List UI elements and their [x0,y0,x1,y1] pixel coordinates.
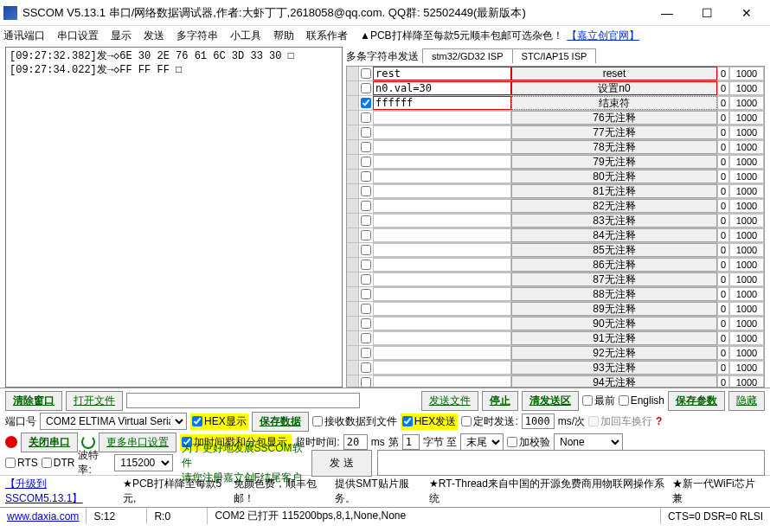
row-checkbox[interactable] [359,140,373,154]
maximize-button[interactable]: ☐ [687,1,727,25]
row-checkbox[interactable] [359,272,373,286]
row-checkbox[interactable] [359,184,373,198]
drag-handle[interactable] [347,258,359,272]
row-send-button[interactable]: 79无注释 [511,155,717,169]
row-ms[interactable]: 1000 [729,375,764,388]
send-input[interactable] [377,450,765,476]
row-ms[interactable]: 1000 [729,81,764,95]
row-send-button[interactable]: 93无注释 [511,361,717,375]
save-param-button[interactable]: 保存参数 [668,391,725,411]
row-text[interactable] [373,199,511,213]
menu-多字符串[interactable]: 多字符串 [176,29,218,42]
row-text[interactable] [373,331,511,345]
row-checkbox[interactable] [359,228,373,242]
row-ms[interactable]: 1000 [729,302,764,316]
row-checkbox[interactable] [359,96,373,110]
row-n[interactable]: 0 [717,125,729,139]
row-n[interactable]: 0 [717,155,729,169]
row-text[interactable] [373,125,511,139]
send-grid[interactable]: restreset01000n0.val=30设置n001000ffffff结束… [346,66,765,388]
clear-send-button[interactable]: 清发送区 [522,391,579,411]
tab-STC/IAP15 ISP[interactable]: STC/IAP15 ISP [512,48,597,63]
hide-button[interactable]: 隐藏 [728,391,765,411]
row-text[interactable] [373,317,511,330]
status-url[interactable]: www.daxia.com [0,508,87,524]
send-interval-input[interactable] [522,413,555,429]
row-ms[interactable]: 1000 [729,214,764,228]
row-text[interactable] [373,243,511,257]
row-send-button[interactable]: 92无注释 [511,346,717,360]
row-send-button[interactable]: 结束符 [511,96,717,110]
row-n[interactable]: 0 [717,272,729,286]
row-ms[interactable]: 1000 [729,199,764,213]
row-checkbox[interactable] [359,170,373,183]
drag-handle[interactable] [347,331,359,345]
row-text[interactable]: rest [373,67,511,80]
menu-小工具[interactable]: 小工具 [230,29,261,42]
row-checkbox[interactable] [359,125,373,139]
send-file-button[interactable]: 发送文件 [421,391,478,411]
menu-帮助[interactable]: 帮助 [273,29,294,42]
row-text[interactable] [373,346,511,360]
row-n[interactable]: 0 [717,67,729,80]
row-ms[interactable]: 1000 [729,67,764,80]
row-n[interactable]: 0 [717,199,729,213]
drag-handle[interactable] [347,317,359,330]
row-ms[interactable]: 1000 [729,228,764,242]
drag-handle[interactable] [347,184,359,198]
drag-handle[interactable] [347,346,359,360]
row-n[interactable]: 0 [717,184,729,198]
drag-handle[interactable] [347,361,359,375]
drag-handle[interactable] [347,170,359,183]
row-send-button[interactable]: 82无注释 [511,199,717,213]
vendor-link[interactable]: 【嘉立创官网】 [567,29,639,43]
send-button[interactable]: 发 送 [311,450,371,477]
row-n[interactable]: 0 [717,317,729,330]
drag-handle[interactable] [347,214,359,228]
row-send-button[interactable]: 80无注释 [511,170,717,183]
menu-串口设置[interactable]: 串口设置 [57,29,99,42]
row-text[interactable] [373,140,511,154]
drag-handle[interactable] [347,67,359,80]
row-text[interactable]: ffffff [373,96,511,110]
row-n[interactable]: 0 [717,170,729,183]
row-ms[interactable]: 1000 [729,170,764,183]
row-n[interactable]: 0 [717,375,729,388]
refresh-icon[interactable] [81,435,95,449]
minimize-button[interactable]: — [647,1,687,25]
file-path-input[interactable] [126,393,360,408]
row-ms[interactable]: 1000 [729,331,764,345]
drag-handle[interactable] [347,243,359,257]
upgrade-link[interactable]: 【升级到SSCOM5.13.1】 [5,477,121,506]
crlf-checkbox[interactable]: 加回车换行 [588,414,652,429]
close-port-button[interactable]: 关闭串口 [21,433,78,452]
menu-联系作者[interactable]: 联系作者 [306,29,348,42]
row-text[interactable] [373,184,511,198]
drag-handle[interactable] [347,125,359,139]
row-text[interactable] [373,302,511,316]
row-n[interactable]: 0 [717,346,729,360]
row-send-button[interactable]: 76无注释 [511,111,717,125]
row-send-button[interactable]: reset [511,67,717,80]
row-checkbox[interactable] [359,199,373,213]
row-checkbox[interactable] [359,258,373,272]
row-checkbox[interactable] [359,346,373,360]
row-ms[interactable]: 1000 [729,140,764,154]
baud-select[interactable]: 115200 [114,454,172,471]
drag-handle[interactable] [347,272,359,286]
row-text[interactable] [373,287,511,301]
drag-handle[interactable] [347,228,359,242]
drag-handle[interactable] [347,96,359,110]
drag-handle[interactable] [347,199,359,213]
row-n[interactable]: 0 [717,258,729,272]
row-checkbox[interactable] [359,287,373,301]
drag-handle[interactable] [347,111,359,125]
row-send-button[interactable]: 94无注释 [511,375,717,388]
timed-send-checkbox[interactable]: 定时发送: [461,414,517,429]
row-checkbox[interactable] [359,317,373,330]
row-n[interactable]: 0 [717,302,729,316]
row-send-button[interactable]: 89无注释 [511,302,717,316]
port-select[interactable]: COM2 ELTIMA Virtual Serial [40,413,187,430]
row-send-button[interactable]: 设置n0 [511,81,717,95]
menu-发送[interactable]: 发送 [144,29,164,42]
